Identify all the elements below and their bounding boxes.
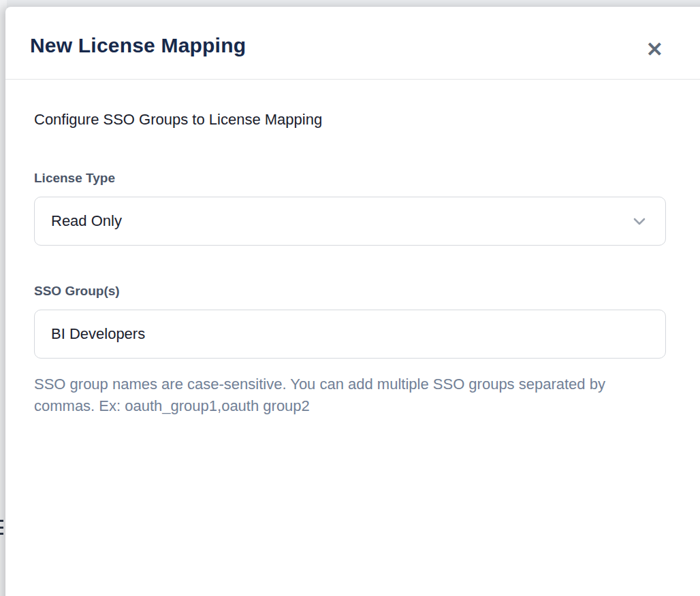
new-license-mapping-modal: New License Mapping ✕ Configure SSO Grou…: [5, 7, 700, 596]
sso-groups-label: SSO Group(s): [34, 284, 677, 299]
modal-body: Configure SSO Groups to License Mapping …: [5, 80, 700, 417]
background-content-artifact: [0, 518, 3, 536]
close-icon[interactable]: ✕: [643, 37, 666, 63]
chevron-down-icon: [631, 213, 648, 229]
modal-header: New License Mapping ✕: [5, 7, 700, 80]
license-type-label: License Type: [34, 171, 677, 186]
modal-subtitle: Configure SSO Groups to License Mapping: [34, 111, 677, 129]
license-type-selected-value: Read Only: [51, 212, 122, 230]
sso-groups-input[interactable]: [34, 310, 666, 359]
modal-title: New License Mapping: [30, 34, 684, 57]
license-type-select[interactable]: Read Only: [34, 197, 666, 246]
sso-groups-help-text: SSO group names are case-sensitive. You …: [34, 374, 613, 417]
